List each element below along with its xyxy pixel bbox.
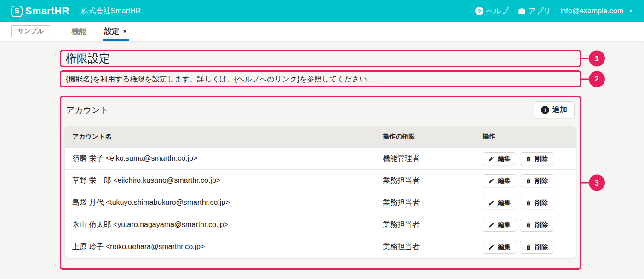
delete-button[interactable]: 削除	[520, 174, 553, 187]
account-permission: 業務担当者	[383, 198, 483, 208]
smarthr-logo[interactable]: S SmartHR	[11, 5, 69, 17]
account-permission: 機能管理者	[383, 154, 483, 163]
annotation-connector-2	[580, 78, 589, 80]
account-table: アカウント名 操作の権限 操作 須磨 栄子 <eiko.suma@smarthr…	[65, 126, 576, 258]
account-name: 須磨 栄子 <eiko.suma@smarthr.co.jp>	[65, 154, 383, 163]
table-header-row: アカウント名 操作の権限 操作	[65, 126, 576, 147]
add-account-button[interactable]: + 追加	[534, 101, 575, 118]
annotation-box-2: {機能名}を利用する権限を設定します。詳しくは、{ヘルプへのリンク}を参照してく…	[60, 70, 581, 87]
annotation-connector-1	[580, 58, 589, 59]
company-name: 株式会社SmartHR	[81, 6, 141, 16]
column-header-permission: 操作の権限	[383, 133, 483, 141]
account-name: 島袋 月代 <tukuyo.shimabukuro@smarthr.co.jp>	[65, 198, 383, 208]
tab-settings-label: 設定	[104, 27, 119, 36]
annotation-connector-3	[580, 182, 589, 184]
pencil-icon	[488, 200, 494, 206]
account-permission: 業務担当者	[383, 176, 483, 186]
annotation-box-1: 権限設定 1	[60, 50, 581, 67]
delete-button-label: 削除	[535, 199, 548, 207]
trash-icon	[525, 178, 532, 184]
delete-button-label: 削除	[535, 243, 548, 251]
app-header: S SmartHR 株式会社SmartHR ? ヘルプ アプリ info@exa…	[0, 0, 644, 22]
edit-button[interactable]: 編集	[483, 174, 516, 187]
account-name: 上原 玲子 <reiko.uehara@smarthr.co.jp>	[65, 242, 383, 252]
help-icon: ?	[475, 7, 483, 15]
delete-button-label: 削除	[535, 221, 548, 229]
edit-button-label: 編集	[498, 199, 511, 207]
annotation-badge-2: 2	[589, 71, 605, 87]
trash-icon	[525, 244, 532, 250]
tab-settings[interactable]: 設定 ▼	[103, 22, 129, 41]
edit-button-label: 編集	[498, 243, 511, 251]
edit-button[interactable]: 編集	[483, 152, 516, 165]
edit-button[interactable]: 編集	[483, 219, 516, 232]
table-row: 永山 侑太郎 <yutaro.nagayama@smarthr.co.jp> 業…	[65, 214, 576, 236]
pencil-icon	[488, 156, 494, 162]
main-content: 権限設定 1 {機能名}を利用する権限を設定します。詳しくは、{ヘルプへのリンク…	[60, 41, 581, 270]
edit-button-label: 編集	[498, 221, 511, 229]
help-link[interactable]: ? ヘルプ	[475, 6, 509, 16]
pencil-icon	[488, 178, 494, 184]
chevron-down-icon: ▼	[122, 29, 127, 34]
table-row: 須磨 栄子 <eiko.suma@smarthr.co.jp> 機能管理者 編集…	[65, 147, 576, 169]
smarthr-logo-icon: S	[11, 6, 23, 17]
briefcase-icon	[518, 7, 526, 15]
edit-button[interactable]: 編集	[483, 241, 516, 254]
delete-button-label: 削除	[535, 155, 548, 163]
account-permission: 業務担当者	[383, 242, 483, 252]
annotation-badge-1: 1	[589, 51, 605, 67]
account-email: info@example.com	[560, 7, 623, 15]
account-name: 草野 栄一郎 <eiichiro.kusano@smarthr.co.jp>	[65, 176, 383, 186]
add-account-button-label: 追加	[552, 105, 567, 115]
section-heading: アカウント	[66, 105, 109, 116]
apps-label: アプリ	[529, 6, 551, 16]
sample-chip: サンプル	[11, 25, 50, 37]
delete-button[interactable]: 削除	[520, 152, 553, 165]
page-description: {機能名}を利用する権限を設定します。詳しくは、{ヘルプへのリンク}を参照してく…	[61, 72, 580, 86]
chevron-down-icon: ▼	[629, 9, 633, 13]
table-row: 島袋 月代 <tukuyo.shimabukuro@smarthr.co.jp>…	[65, 192, 576, 214]
delete-button[interactable]: 削除	[520, 197, 553, 209]
page-title: 権限設定	[61, 51, 580, 66]
account-name: 永山 侑太郎 <yutaro.nagayama@smarthr.co.jp>	[65, 220, 383, 230]
account-menu[interactable]: info@example.com ▼	[560, 7, 633, 15]
tab-features[interactable]: 機能	[69, 22, 88, 41]
annotation-badge-3: 3	[589, 175, 605, 191]
table-row: 草野 栄一郎 <eiichiro.kusano@smarthr.co.jp> 業…	[65, 169, 576, 192]
delete-button[interactable]: 削除	[520, 241, 553, 254]
table-row: 上原 玲子 <reiko.uehara@smarthr.co.jp> 業務担当者…	[65, 236, 576, 258]
delete-button[interactable]: 削除	[520, 219, 553, 232]
pencil-icon	[488, 222, 494, 228]
pencil-icon	[488, 244, 494, 250]
plus-icon: +	[541, 106, 549, 114]
tab-features-label: 機能	[71, 27, 86, 36]
tab-bar: サンプル 機能 設定 ▼	[0, 22, 644, 41]
edit-button-label: 編集	[498, 155, 511, 163]
column-header-account-name: アカウント名	[65, 133, 383, 141]
smarthr-logo-text: SmartHR	[25, 5, 69, 17]
edit-button-label: 編集	[498, 177, 511, 185]
annotation-box-3: アカウント + 追加 アカウント名 操作の権限 操作 須磨 栄子 <eiko.s…	[60, 96, 581, 270]
apps-link[interactable]: アプリ	[518, 6, 551, 16]
help-label: ヘルプ	[486, 6, 509, 16]
trash-icon	[525, 200, 532, 206]
trash-icon	[525, 222, 532, 228]
account-permission: 業務担当者	[383, 220, 483, 230]
trash-icon	[525, 156, 532, 162]
edit-button[interactable]: 編集	[483, 197, 516, 209]
column-header-actions: 操作	[483, 133, 576, 141]
delete-button-label: 削除	[535, 177, 548, 185]
